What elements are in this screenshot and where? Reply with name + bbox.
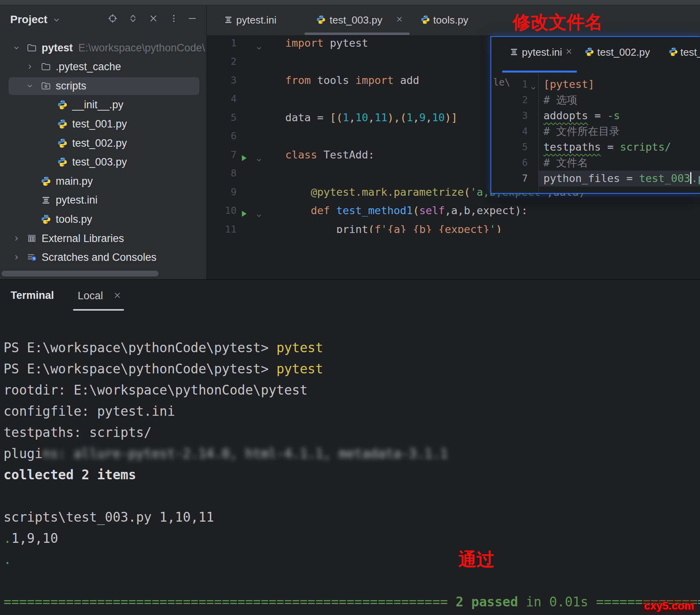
- editor-tab-bar: pytest.initest_003.pytools.py: [207, 5, 700, 35]
- tab-test_003.py[interactable]: test_003.py: [330, 14, 382, 26]
- line-number[interactable]: 7: [207, 146, 237, 164]
- terminal-session-tab[interactable]: Local: [78, 290, 103, 302]
- tab-pytest.ini[interactable]: pytest.ini: [522, 46, 562, 58]
- close-icon[interactable]: [396, 15, 403, 25]
- tree-item-test_001.py[interactable]: test_001.py: [0, 115, 206, 134]
- tab-pytest.ini[interactable]: pytest.ini: [236, 14, 277, 26]
- pass-annotation: 通过: [458, 548, 494, 572]
- terminal-output[interactable]: PS E:\workspace\pythonCode\pytest> pytes…: [4, 337, 700, 615]
- code-token: f: [375, 223, 381, 233]
- tree-item-__init__.py[interactable]: __init__.py: [0, 95, 206, 115]
- line-number[interactable]: 3: [207, 71, 237, 90]
- tree-item-pytest[interactable]: pytestE:\workspace\pythonCode\: [0, 38, 206, 58]
- code-line-6: 6# 文件名: [491, 155, 700, 171]
- line-number[interactable]: 4: [207, 89, 237, 108]
- code-token: class: [285, 149, 324, 161]
- code-token: [285, 186, 311, 198]
- line-number[interactable]: 1: [207, 35, 237, 53]
- line-number[interactable]: 10: [207, 201, 237, 220]
- tree-item-scratches-and-consoles[interactable]: Scratches and Consoles: [0, 248, 206, 267]
- python-icon: [316, 15, 326, 26]
- code-token: )]: [445, 111, 458, 124]
- line-number[interactable]: 8: [207, 164, 237, 183]
- terminal-line: testpaths: scripts/: [4, 422, 700, 443]
- terminal-text: 1,9,10: [11, 531, 58, 546]
- code-token: [407, 223, 413, 233]
- tree-item-label: scripts: [56, 80, 86, 92]
- terminal-text: scripts\test_003.py 1,10,11: [4, 509, 214, 525]
- chevron-down-icon[interactable]: [13, 44, 20, 53]
- tree-item-text: test_003.py: [72, 156, 127, 168]
- chevron-down-icon[interactable]: [26, 82, 34, 91]
- tab-terminal[interactable]: Terminal: [11, 289, 54, 302]
- code-token: import: [355, 74, 400, 86]
- terminal-text: .: [4, 531, 11, 546]
- line-number[interactable]: 5: [207, 108, 237, 127]
- python-icon: [57, 138, 67, 150]
- code-token: testpaths: [543, 141, 601, 153]
- code-token: TestAdd:: [324, 149, 375, 161]
- python-icon: [41, 176, 51, 188]
- tree-item-test_003.py[interactable]: test_003.py: [0, 153, 206, 172]
- terminal-text: PS E:\workspace\pythonCode\pytest>: [4, 340, 276, 355]
- tree-item-test_002.py[interactable]: test_002.py: [0, 134, 206, 153]
- tab-test_0[interactable]: test_0: [680, 46, 700, 58]
- terminal-line: PS E:\workspace\pythonCode\pytest> pytes…: [4, 337, 700, 358]
- tree-item-label: pytest.ini: [56, 194, 98, 206]
- project-tree: pytestE:\workspace\pythonCode\.pytest_ca…: [0, 5, 206, 279]
- watermark: cxy5.com: [642, 599, 696, 613]
- code-token: # 文件所在目录: [543, 125, 620, 137]
- line-number[interactable]: 7: [491, 171, 528, 186]
- line-number[interactable]: 9: [207, 183, 237, 202]
- chevron-right-icon[interactable]: [26, 63, 34, 72]
- tree-item-text: scripts: [56, 80, 86, 92]
- terminal-text: collected 2 items: [4, 467, 136, 482]
- close-icon[interactable]: [113, 291, 122, 301]
- tree-item-tools.py[interactable]: tools.py: [0, 210, 206, 229]
- terminal-line: PS E:\workspace\pythonCode\pytest> pytes…: [4, 358, 700, 380]
- close-icon[interactable]: [565, 47, 573, 57]
- tab-test_002.py[interactable]: test_002.py: [597, 46, 650, 58]
- line-number[interactable]: 2: [207, 52, 237, 71]
- line-number[interactable]: 2: [491, 92, 528, 108]
- tree-item-text: tools.py: [56, 213, 92, 226]
- line-number[interactable]: 3: [491, 108, 528, 124]
- code-token: # 选项: [543, 94, 578, 106]
- line-number[interactable]: 11: [207, 220, 237, 233]
- code-token: tools: [317, 74, 355, 86]
- code-token: (: [368, 223, 374, 233]
- python-icon: [669, 47, 678, 58]
- terminal-text: testpaths: scripts/: [4, 425, 152, 440]
- terminal-line: .: [4, 549, 700, 570]
- tree-item-scripts[interactable]: scripts: [0, 76, 206, 96]
- tree-item-main.py[interactable]: main.py: [0, 172, 206, 191]
- code-line-1: 1[pytest]: [491, 76, 700, 92]
- code-text: # 文件所在目录: [543, 124, 620, 139]
- tab-tools.py[interactable]: tools.py: [433, 14, 468, 26]
- tree-item-text: Scratches and Consoles: [42, 251, 157, 264]
- chevron-right-icon[interactable]: [13, 235, 20, 244]
- code-token: =: [588, 109, 607, 122]
- horizontal-scrollbar[interactable]: [2, 271, 159, 277]
- code-token: =: [601, 141, 620, 153]
- code-token: ,: [349, 111, 355, 124]
- code-token: (: [464, 186, 470, 198]
- folder-icon: [41, 62, 51, 73]
- code-line-11: 11 print(f'{a} {b} {expect}'): [207, 220, 700, 233]
- code-text: class TestAdd:: [285, 146, 375, 164]
- line-number[interactable]: 6: [491, 155, 528, 171]
- tree-item-pytest.ini[interactable]: pytest.ini: [0, 191, 206, 210]
- tree-item-.pytest_cache[interactable]: .pytest_cache: [0, 57, 206, 76]
- code-token: {a}: [387, 223, 407, 233]
- code-text: from tools import add: [285, 71, 419, 90]
- ini-icon: [41, 195, 51, 207]
- terminal-text: .: [4, 552, 11, 567]
- line-number[interactable]: 5: [491, 139, 528, 155]
- tree-item-external-libraries[interactable]: External Libraries: [0, 229, 206, 248]
- tree-item-label: Scratches and Consoles: [42, 251, 157, 264]
- line-number[interactable]: 6: [207, 127, 237, 146]
- code-token: [(: [330, 111, 343, 124]
- code-token: ): [496, 223, 502, 233]
- line-number[interactable]: 4: [491, 124, 528, 139]
- chevron-right-icon[interactable]: [13, 253, 20, 263]
